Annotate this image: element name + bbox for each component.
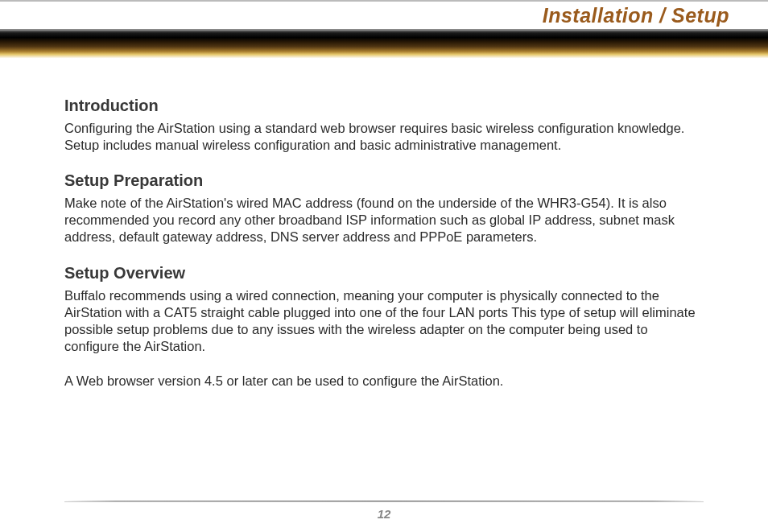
header-band: Installation / Setup — [0, 0, 768, 60]
footer: 12 — [0, 501, 768, 521]
content-area: Introduction Configuring the AirStation … — [0, 60, 768, 390]
heading-setup-overview: Setup Overview — [64, 264, 704, 282]
footer-rule — [64, 501, 704, 502]
text-setup-preparation: Make note of the AirStation's wired MAC … — [64, 195, 704, 245]
text-introduction: Configuring the AirStation using a stand… — [64, 120, 704, 154]
heading-setup-preparation: Setup Preparation — [64, 171, 704, 190]
header-gradient — [0, 29, 768, 60]
text-setup-overview-1: Buffalo recommends using a wired connect… — [64, 287, 704, 355]
header-title-area: Installation / Setup — [0, 2, 768, 29]
text-setup-overview-2: A Web browser version 4.5 or later can b… — [64, 373, 704, 390]
page-title: Installation / Setup — [543, 4, 729, 27]
page-number: 12 — [0, 507, 768, 521]
heading-introduction: Introduction — [64, 97, 704, 115]
